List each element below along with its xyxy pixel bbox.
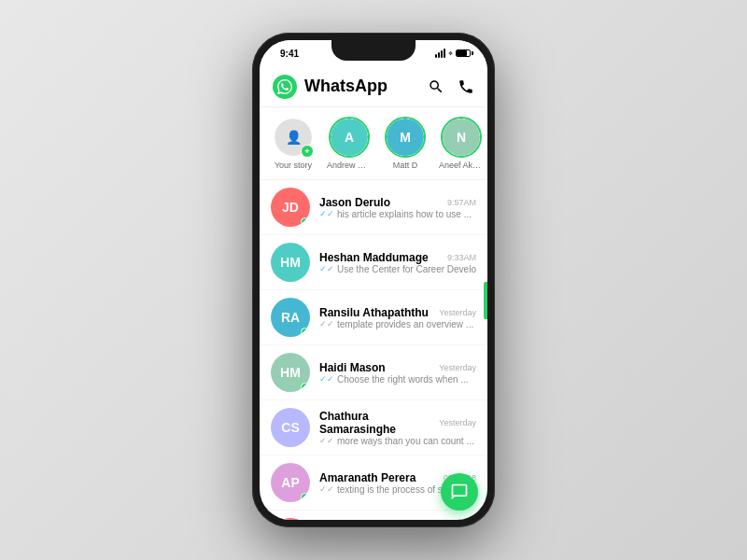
story-andrew[interactable]: A Andrew Eu... bbox=[327, 117, 372, 170]
chat-time: Yesterday bbox=[439, 363, 476, 372]
chat-info: Chathura Samarasinghe Yesterday ✓✓ more … bbox=[319, 410, 476, 446]
online-indicator bbox=[301, 328, 309, 336]
chat-preview: ✓✓ his article explains how to use ... bbox=[319, 209, 476, 219]
app-logo bbox=[273, 75, 297, 99]
search-icon[interactable] bbox=[428, 78, 444, 95]
chat-avatar: HM bbox=[271, 353, 310, 392]
wifi-icon: ⌖ bbox=[448, 49, 453, 59]
chat-info: Haidi Mason Yesterday ✓✓ Choose the righ… bbox=[319, 361, 476, 385]
story-matt[interactable]: M Matt D bbox=[383, 117, 428, 170]
chat-name: Jason Derulo bbox=[319, 196, 390, 209]
chat-avatar: RA bbox=[271, 298, 310, 337]
read-receipt-icon: ✓✓ bbox=[319, 374, 334, 384]
story-label: Aneef Akbar bbox=[439, 161, 484, 170]
chat-time: Yesterday bbox=[439, 418, 476, 427]
chat-name: Ransilu Athapaththu bbox=[319, 306, 429, 319]
app-title: WhatsApp bbox=[304, 77, 428, 96]
chat-avatar: CR bbox=[271, 518, 310, 520]
chat-item-heshan[interactable]: HM Heshan Maddumage 9:33AM ✓✓ Use the Ce… bbox=[260, 235, 487, 290]
read-receipt-icon: ✓✓ bbox=[319, 209, 334, 218]
chat-avatar: CS bbox=[271, 408, 310, 447]
chat-preview: ✓✓ Choose the right words when ... bbox=[319, 374, 476, 385]
chat-list: JD Jason Derulo 9:57AM ✓✓ his article ex… bbox=[260, 180, 487, 520]
chat-preview: ✓✓ template provides an overview ... bbox=[319, 319, 476, 329]
read-receipt-icon: ✓✓ bbox=[319, 436, 334, 445]
signal-icon bbox=[435, 49, 445, 58]
stories-row: 👤 + Your story A Andrew Eu... M bbox=[260, 107, 487, 180]
scroll-indicator bbox=[484, 282, 487, 319]
status-time: 9:41 bbox=[280, 49, 299, 59]
read-receipt-icon: ✓✓ bbox=[319, 264, 334, 273]
story-label: Matt D bbox=[393, 161, 418, 170]
status-icons: ⌖ bbox=[435, 49, 471, 59]
call-icon[interactable] bbox=[458, 78, 474, 95]
chat-item-chinthy[interactable]: CR Chinthy Ryan 31/08/18 ✓✓ your audienc… bbox=[260, 511, 487, 520]
read-receipt-icon: ✓✓ bbox=[319, 319, 334, 329]
online-indicator bbox=[301, 383, 309, 391]
story-your[interactable]: 👤 + Your story bbox=[271, 117, 316, 170]
chat-name: Chathura Samarasinghe bbox=[319, 410, 439, 436]
phone-frame: 9:41 ⌖ WhatsApp bbox=[252, 33, 495, 527]
chat-avatar: JD bbox=[271, 188, 310, 227]
chat-info: Jason Derulo 9:57AM ✓✓ his article expla… bbox=[319, 196, 476, 219]
chat-item-ransilu[interactable]: RA Ransilu Athapaththu Yesterday ✓✓ temp… bbox=[260, 290, 487, 345]
story-add-icon: + bbox=[301, 145, 314, 158]
chat-avatar: HM bbox=[271, 243, 310, 282]
read-receipt-icon: ✓✓ bbox=[319, 484, 334, 494]
chat-time: 9:33AM bbox=[447, 253, 476, 262]
app-header: WhatsApp bbox=[260, 66, 487, 107]
battery-icon bbox=[456, 49, 471, 57]
online-indicator bbox=[301, 217, 309, 226]
phone-screen: 9:41 ⌖ WhatsApp bbox=[260, 40, 487, 520]
chat-name: Amaranath Perera bbox=[319, 471, 416, 484]
chat-name: Haidi Mason bbox=[319, 361, 386, 374]
compose-icon bbox=[450, 483, 469, 501]
online-indicator bbox=[301, 493, 309, 501]
compose-button[interactable] bbox=[441, 473, 478, 511]
chat-name: Heshan Maddumage bbox=[319, 251, 429, 264]
chat-avatar: AP bbox=[271, 463, 310, 502]
chat-item-jason[interactable]: JD Jason Derulo 9:57AM ✓✓ his article ex… bbox=[260, 180, 487, 235]
chat-item-haidi[interactable]: HM Haidi Mason Yesterday ✓✓ Choose the r… bbox=[260, 345, 487, 400]
chat-info: Heshan Maddumage 9:33AM ✓✓ Use the Cente… bbox=[319, 251, 476, 274]
story-label: Andrew Eu... bbox=[327, 161, 372, 170]
whatsapp-logo-icon bbox=[277, 79, 292, 94]
chat-time: Yesterday bbox=[439, 308, 476, 317]
chat-preview: ✓✓ more ways than you can count ... bbox=[319, 436, 476, 446]
chat-item-chathura[interactable]: CS Chathura Samarasinghe Yesterday ✓✓ mo… bbox=[260, 400, 487, 455]
chat-time: 9:57AM bbox=[447, 198, 476, 207]
story-label: Your story bbox=[275, 161, 312, 170]
story-aneef[interactable]: N Aneef Akbar bbox=[439, 117, 484, 170]
header-actions bbox=[428, 78, 474, 95]
phone-notch bbox=[331, 40, 416, 61]
chat-preview: ✓✓ Use the Center for Career Develo ... bbox=[319, 264, 476, 274]
chat-info: Ransilu Athapaththu Yesterday ✓✓ templat… bbox=[319, 306, 476, 329]
